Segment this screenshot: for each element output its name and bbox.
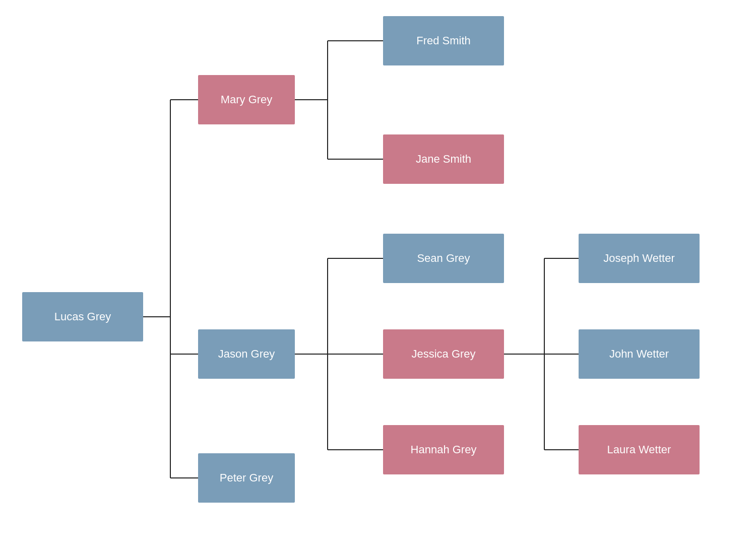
john-wetter-node[interactable]: John Wetter (579, 329, 700, 379)
sean-grey-node[interactable]: Sean Grey (383, 234, 504, 283)
jane-smith-node[interactable]: Jane Smith (383, 134, 504, 184)
family-tree: Lucas Grey Mary Grey Jason Grey Peter Gr… (0, 0, 756, 553)
lucas-grey-node[interactable]: Lucas Grey (22, 292, 143, 341)
mary-grey-node[interactable]: Mary Grey (198, 75, 295, 124)
fred-smith-node[interactable]: Fred Smith (383, 16, 504, 65)
joseph-wetter-node[interactable]: Joseph Wetter (579, 234, 700, 283)
jessica-grey-node[interactable]: Jessica Grey (383, 329, 504, 379)
laura-wetter-node[interactable]: Laura Wetter (579, 425, 700, 474)
peter-grey-node[interactable]: Peter Grey (198, 453, 295, 503)
hannah-grey-node[interactable]: Hannah Grey (383, 425, 504, 474)
jason-grey-node[interactable]: Jason Grey (198, 329, 295, 379)
